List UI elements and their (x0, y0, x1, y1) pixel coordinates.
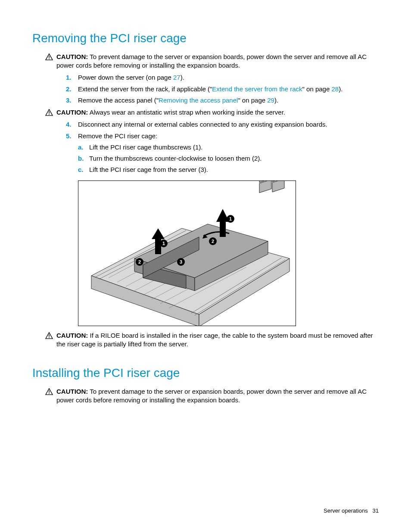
step-text: Extend the server from the rack, if appl… (78, 85, 212, 93)
caution-icon (45, 53, 53, 60)
svg-text:2: 2 (138, 259, 141, 264)
caution-body: If a RILOE board is installed in the ris… (56, 332, 373, 348)
step-3: 3. Remove the access panel ("Removing th… (66, 96, 379, 105)
svg-text:3: 3 (180, 259, 182, 264)
section-heading-removing: Removing the PCI riser cage (32, 30, 379, 47)
svg-rect-7 (272, 181, 284, 192)
caution-text-3: CAUTION: If a RILOE board is installed i… (56, 331, 379, 349)
step-text: ). (339, 85, 342, 93)
step-marker: 4. (66, 120, 78, 129)
step-marker: 3. (66, 96, 78, 105)
step-text: ). (181, 74, 184, 81)
caution-block-3: CAUTION: If a RILOE board is installed i… (45, 331, 379, 349)
page-link-29[interactable]: 29 (267, 96, 274, 104)
svg-point-1 (49, 59, 50, 59)
caution-label: CAUTION: (56, 332, 88, 339)
page-footer: Server operations 31 (324, 507, 379, 515)
substep-marker: c. (78, 165, 89, 174)
caution-label: CAUTION: (56, 53, 88, 60)
page-link-28[interactable]: 28 (331, 85, 339, 93)
svg-text:1: 1 (162, 241, 165, 246)
caution-body: Always wear an antistatic wrist strap wh… (90, 109, 285, 116)
substep-c: c. Lift the PCI riser cage from the serv… (78, 165, 379, 174)
substep-a: a. Lift the PCI riser cage thumbscrews (… (78, 143, 379, 152)
caution-block-1: CAUTION: To prevent damage to the server… (45, 53, 379, 70)
svg-point-19 (49, 337, 50, 338)
step-1: 1. Power down the server (on page 27). (66, 73, 379, 82)
step-body: Disconnect any internal or external cabl… (78, 120, 379, 129)
step-body: Remove the access panel ("Removing the a… (78, 96, 379, 105)
svg-point-3 (49, 114, 50, 115)
step-marker: 1. (66, 73, 78, 82)
step-text: Remove the access panel (" (78, 96, 159, 104)
figure-pci-riser-cage: 1 1 2 2 3 (78, 180, 296, 326)
steps-list-1: 1. Power down the server (on page 27). 2… (66, 73, 379, 105)
caution-text-1: CAUTION: To prevent damage to the server… (56, 53, 379, 70)
footer-page-number: 31 (373, 507, 379, 514)
caution-label: CAUTION: (56, 109, 88, 116)
svg-text:1: 1 (229, 216, 232, 221)
caution-icon (45, 109, 53, 116)
caution-icon (45, 332, 53, 339)
caution-text-4: CAUTION: To prevent damage to the server… (56, 387, 379, 405)
xref-extend-server[interactable]: Extend the server from the rack (212, 85, 302, 93)
steps-list-2: 4. Disconnect any internal or external c… (66, 120, 379, 177)
substep-text: Lift the PCI riser cage from the server … (89, 165, 208, 174)
substep-text: Lift the PCI riser cage thumbscrews (1). (89, 143, 202, 152)
step-body: Extend the server from the rack, if appl… (78, 85, 379, 93)
section-heading-installing: Installing the PCI riser cage (32, 365, 379, 381)
substep-marker: a. (78, 143, 89, 152)
caution-icon (45, 388, 53, 395)
step-body: Remove the PCI riser cage: a. Lift the P… (78, 132, 379, 177)
xref-access-panel[interactable]: Removing the access panel (159, 96, 238, 104)
step-marker: 2. (66, 85, 78, 93)
step-text: " on page (238, 96, 267, 104)
step-body: Power down the server (on page 27). (78, 73, 379, 82)
svg-rect-5 (259, 181, 271, 193)
caution-label: CAUTION: (56, 388, 88, 395)
page-link-27[interactable]: 27 (173, 74, 181, 81)
step-text: ). (274, 96, 278, 104)
caution-block-4: CAUTION: To prevent damage to the server… (45, 387, 379, 405)
svg-text:2: 2 (212, 239, 214, 244)
substep-marker: b. (78, 154, 89, 163)
svg-point-21 (49, 393, 50, 394)
caution-body: To prevent damage to the server or expan… (56, 53, 367, 69)
caution-text-2: CAUTION: Always wear an antistatic wrist… (56, 108, 379, 117)
substeps-list: a. Lift the PCI riser cage thumbscrews (… (78, 143, 379, 174)
step-text: Power down the server (on page (78, 74, 173, 81)
step-2: 2. Extend the server from the rack, if a… (66, 85, 379, 93)
step-text: Remove the PCI riser cage: (78, 132, 157, 140)
step-5: 5. Remove the PCI riser cage: a. Lift th… (66, 132, 379, 177)
step-marker: 5. (66, 132, 78, 177)
substep-b: b. Turn the thumbscrews counter-clockwis… (78, 154, 379, 163)
footer-section: Server operations (324, 507, 368, 514)
substep-text: Turn the thumbscrews counter-clockwise t… (89, 154, 262, 163)
caution-block-2: CAUTION: Always wear an antistatic wrist… (45, 108, 379, 117)
caution-body: To prevent damage to the server or expan… (56, 388, 367, 404)
step-text: " on page (302, 85, 332, 93)
step-4: 4. Disconnect any internal or external c… (66, 120, 379, 129)
